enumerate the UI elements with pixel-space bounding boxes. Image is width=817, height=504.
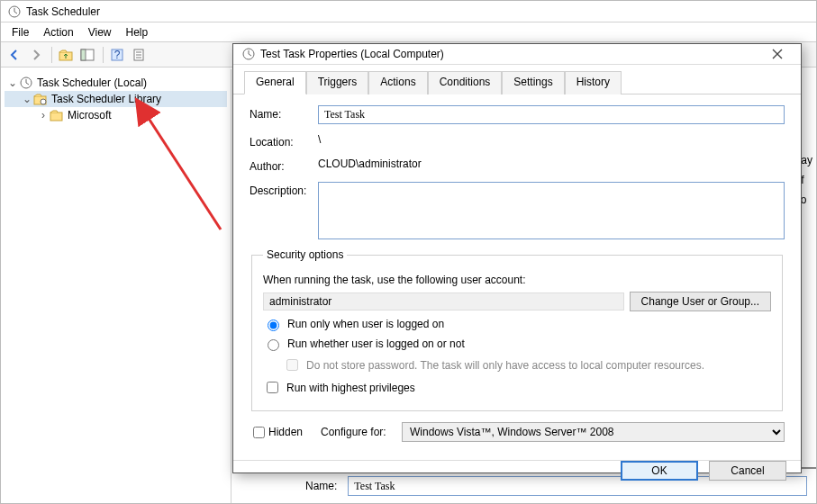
help-button[interactable]: ? bbox=[107, 45, 127, 65]
change-user-button[interactable]: Change User or Group... bbox=[630, 292, 771, 311]
description-input[interactable] bbox=[318, 182, 785, 239]
tree-root[interactable]: ⌄ Task Scheduler (Local) bbox=[5, 75, 227, 91]
cancel-button[interactable]: Cancel bbox=[709, 461, 786, 481]
show-hide-tree-button[interactable] bbox=[77, 45, 97, 65]
folder-up-button[interactable] bbox=[56, 45, 76, 65]
tab-actions[interactable]: Actions bbox=[368, 71, 427, 94]
configure-for-select[interactable]: Windows Vista™, Windows Server™ 2008 bbox=[402, 422, 785, 442]
author-label: Author: bbox=[250, 158, 318, 173]
name-input[interactable] bbox=[318, 105, 785, 124]
ok-button[interactable]: OK bbox=[621, 461, 698, 481]
forward-button[interactable] bbox=[26, 45, 46, 65]
checkbox-no-store-password-label: Do not store password. The task will onl… bbox=[306, 359, 704, 372]
folder-icon bbox=[50, 108, 64, 122]
collapse-icon[interactable]: ⌄ bbox=[6, 76, 19, 89]
dialog-footer: OK Cancel bbox=[233, 460, 801, 481]
tab-conditions[interactable]: Conditions bbox=[428, 71, 503, 94]
clock-icon bbox=[242, 48, 255, 60]
tab-triggers[interactable]: Triggers bbox=[306, 71, 369, 94]
location-label: Location: bbox=[250, 133, 318, 148]
clock-icon bbox=[19, 76, 33, 90]
tree-library[interactable]: ⌄ Task Scheduler Library bbox=[5, 91, 227, 107]
menu-help[interactable]: Help bbox=[119, 24, 156, 40]
tree-microsoft-label: Microsoft bbox=[68, 109, 112, 122]
properties-button[interactable] bbox=[129, 45, 149, 65]
tab-history[interactable]: History bbox=[565, 71, 622, 94]
svg-point-9 bbox=[41, 99, 46, 104]
checkbox-highest-privileges-label[interactable]: Run with highest privileges bbox=[286, 382, 415, 394]
toolbar-separator bbox=[51, 47, 52, 63]
expand-icon[interactable]: › bbox=[37, 109, 50, 122]
tab-body-general: Name: Location: \ Author: CLOUD\administ… bbox=[233, 94, 801, 460]
tab-settings[interactable]: Settings bbox=[502, 71, 564, 94]
configure-for-label: Configure for: bbox=[321, 426, 402, 438]
nav-tree[interactable]: ⌄ Task Scheduler (Local) ⌄ Task Schedule… bbox=[1, 69, 231, 503]
checkbox-hidden[interactable] bbox=[253, 427, 265, 438]
security-account-field: administrator bbox=[263, 292, 624, 310]
svg-rect-3 bbox=[81, 50, 86, 60]
menu-action[interactable]: Action bbox=[36, 24, 80, 40]
svg-text:?: ? bbox=[114, 49, 121, 61]
radio-run-whether[interactable] bbox=[268, 339, 279, 351]
radio-run-whether-label[interactable]: Run whether user is logged on or not bbox=[287, 338, 465, 350]
location-value: \ bbox=[318, 133, 321, 146]
description-label: Description: bbox=[250, 182, 318, 197]
dialog-titlebar[interactable]: Test Task Properties (Local Computer) bbox=[233, 44, 801, 65]
close-button[interactable] bbox=[763, 44, 792, 64]
checkbox-no-store-password bbox=[286, 359, 298, 371]
tab-general[interactable]: General bbox=[244, 71, 306, 94]
main-titlebar: Task Scheduler bbox=[1, 1, 816, 22]
radio-run-logged-on-label[interactable]: Run only when user is logged on bbox=[287, 318, 444, 330]
back-button[interactable] bbox=[5, 45, 24, 65]
tree-root-label: Task Scheduler (Local) bbox=[37, 76, 147, 89]
checkbox-highest-privileges[interactable] bbox=[267, 382, 278, 393]
task-properties-dialog: Test Task Properties (Local Computer) Ge… bbox=[232, 43, 802, 473]
tabstrip: General Triggers Actions Conditions Sett… bbox=[233, 65, 801, 94]
menu-file[interactable]: File bbox=[5, 24, 36, 40]
menu-view[interactable]: View bbox=[81, 24, 119, 40]
tree-microsoft[interactable]: › Microsoft bbox=[5, 107, 227, 123]
radio-run-logged-on[interactable] bbox=[268, 320, 279, 331]
menubar: File Action View Help bbox=[1, 22, 816, 42]
security-options-legend: Security options bbox=[263, 248, 347, 261]
name-label: Name: bbox=[250, 105, 318, 121]
folder-clock-icon bbox=[33, 92, 48, 106]
security-account-prompt: When running the task, use the following… bbox=[263, 274, 526, 286]
tree-library-label: Task Scheduler Library bbox=[51, 93, 161, 105]
security-options-group: Security options When running the task, … bbox=[251, 248, 783, 411]
checkbox-hidden-label[interactable]: Hidden bbox=[268, 426, 321, 438]
collapse-icon[interactable]: ⌄ bbox=[21, 93, 33, 105]
toolbar-separator-2 bbox=[103, 47, 104, 63]
bottom-name-label: Name: bbox=[305, 480, 337, 492]
clock-icon bbox=[8, 5, 21, 18]
main-title: Task Scheduler bbox=[26, 5, 100, 18]
author-value: CLOUD\administrator bbox=[318, 158, 422, 170]
dialog-title: Test Task Properties (Local Computer) bbox=[260, 48, 444, 60]
svg-rect-10 bbox=[50, 112, 62, 121]
